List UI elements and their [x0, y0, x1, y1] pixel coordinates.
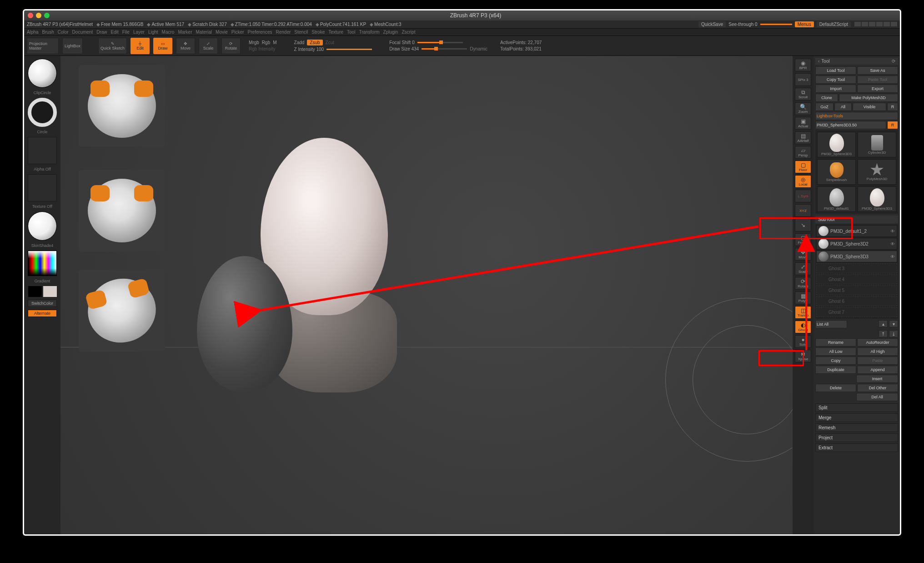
zadd-button[interactable]: Zadd — [294, 40, 305, 45]
zscript-button[interactable]: DefaultZScript — [817, 21, 851, 27]
mrgb-button[interactable]: Mrgb — [249, 40, 259, 45]
floor-button[interactable]: ▢Floor — [795, 161, 811, 173]
menu-render[interactable]: Render — [276, 30, 291, 35]
saveas-button[interactable]: Save As — [857, 66, 898, 75]
lightbox-button[interactable]: LightBox — [62, 38, 83, 54]
layout-icons[interactable] — [854, 22, 897, 27]
material-swatch[interactable] — [28, 211, 57, 241]
minimize-icon[interactable] — [36, 13, 41, 18]
alpha-swatch[interactable] — [28, 137, 57, 164]
viewport[interactable] — [60, 56, 793, 534]
zoom-button[interactable]: 🔍Zoom — [795, 102, 811, 115]
transp-button[interactable]: ◫Transp — [795, 306, 811, 319]
lsym-button[interactable]: L.Sym — [795, 190, 811, 202]
edit-button[interactable]: ┼Edit — [131, 38, 150, 54]
goz-button[interactable]: GoZ — [815, 103, 834, 111]
solo-button[interactable]: ●Solo — [795, 335, 811, 348]
menu-stencil[interactable]: Stencil — [294, 30, 308, 35]
menu-movie[interactable]: Movie — [216, 30, 228, 35]
switchcolor-button[interactable]: SwitchColor — [28, 300, 57, 307]
goz-all-button[interactable]: All — [834, 103, 852, 111]
merge-section[interactable]: Merge — [815, 413, 898, 422]
delother-button[interactable]: Del Other — [857, 384, 898, 392]
goz-visible-button[interactable]: Visible — [853, 103, 886, 111]
zsub-button[interactable]: Zsub — [307, 40, 322, 45]
menu-color[interactable]: Color — [58, 30, 69, 35]
append-button[interactable]: Append — [857, 366, 898, 374]
menu-file[interactable]: File — [122, 30, 130, 35]
draw-button[interactable]: ▭Draw — [153, 38, 172, 54]
quicksketch-button[interactable]: ✎Quick Sketch — [98, 38, 127, 54]
eye-icon[interactable]: 👁 — [890, 229, 895, 234]
zcut-button[interactable]: Zcut — [326, 40, 334, 45]
z-intensity-slider[interactable]: Z Intensity 100 — [294, 47, 324, 52]
menu-light[interactable]: Light — [148, 30, 158, 35]
tool-thumb-sphere2[interactable]: PM3D_Sphere3D3 — [858, 186, 896, 212]
menu-edit[interactable]: Edit — [111, 30, 119, 35]
color-picker[interactable] — [28, 251, 57, 276]
tool-thumb-brush[interactable]: SimpleBrush — [817, 159, 856, 185]
aahalf-button[interactable]: ▤AAHalf — [795, 131, 811, 144]
move-up-icon[interactable]: ▴ — [879, 320, 888, 327]
rgb-intensity-slider[interactable]: Rgb Intensity — [249, 46, 275, 51]
ghost-button[interactable]: ◐Ghost — [795, 321, 811, 333]
polyf-button[interactable]: ▦PolyF — [795, 292, 811, 304]
subtool-item-1[interactable]: PM3D_default1_2👁 — [816, 225, 897, 237]
alternate-button[interactable]: Alternate — [28, 310, 57, 317]
alllow-button[interactable]: All Low — [815, 347, 856, 356]
projection-master-button[interactable]: Projection Master — [27, 38, 59, 54]
autoreorder-button[interactable]: AutoReorder — [857, 338, 898, 347]
allhigh-button[interactable]: All High — [857, 347, 898, 356]
remesh-section[interactable]: Remesh — [815, 423, 898, 432]
spix-button[interactable]: SPix 3 — [795, 73, 811, 86]
menu-layer[interactable]: Layer — [133, 30, 145, 35]
color-cells[interactable] — [28, 286, 57, 297]
export-button[interactable]: Export — [857, 85, 898, 93]
xpose-button[interactable]: ✱Xpose — [795, 350, 811, 362]
paste-subtool-button[interactable]: Paste — [857, 357, 898, 365]
delall-button[interactable]: Del All — [856, 393, 898, 401]
focal-shift-slider[interactable]: Focal Shift 0 — [389, 40, 415, 45]
tool-name-field[interactable]: PM3D_Sphere3D3.50 — [815, 121, 886, 129]
seethrough-label[interactable]: See-through 0 — [728, 22, 757, 27]
xyz-button[interactable]: XYZ — [795, 204, 811, 217]
menu-picker[interactable]: Picker — [231, 30, 244, 35]
duplicate-button[interactable]: Duplicate — [815, 366, 856, 374]
menu-stroke[interactable]: Stroke — [311, 30, 325, 35]
insert-button[interactable]: Insert — [856, 375, 898, 383]
brush-swatch[interactable] — [28, 59, 57, 88]
scale-button[interactable]: ⤢Scale — [199, 38, 218, 54]
move-button[interactable]: ✥Move — [176, 38, 195, 54]
menu-document[interactable]: Document — [72, 30, 93, 35]
split-section[interactable]: Split — [815, 403, 898, 412]
scale-view-button[interactable]: ⤢Scale — [795, 262, 811, 275]
tool-thumb-sphere[interactable]: PM3D_Sphere3D3 — [817, 132, 856, 157]
quicksave-button[interactable]: QuickSave — [698, 21, 726, 27]
actual-button[interactable]: ▣Actual — [795, 117, 811, 130]
menu-draw[interactable]: Draw — [96, 30, 107, 35]
menu-marker[interactable]: Marker — [178, 30, 192, 35]
menu-alpha[interactable]: Alpha — [27, 30, 39, 35]
scroll-button[interactable]: ⧉Scroll — [795, 88, 811, 101]
tool-thumb-default[interactable]: PM3D_default1 — [817, 186, 856, 212]
texture-swatch[interactable] — [28, 174, 57, 201]
paste-tool-button[interactable]: Paste Tool — [857, 75, 898, 84]
draw-size-slider[interactable]: Draw Size 434 — [389, 46, 419, 51]
subtool-header[interactable]: SubTool — [815, 216, 898, 223]
close-icon[interactable] — [28, 13, 33, 18]
rename-button[interactable]: Rename — [815, 338, 856, 347]
cam-arrow-button[interactable]: ↘ — [795, 219, 811, 231]
project-section[interactable]: Project — [815, 433, 898, 442]
move-down-icon[interactable]: ▾ — [889, 320, 898, 327]
seethrough-slider[interactable] — [760, 24, 792, 25]
local-button[interactable]: ◎Local — [795, 175, 811, 188]
menu-brush[interactable]: Brush — [42, 30, 54, 35]
eye-icon[interactable]: 👁 — [890, 254, 895, 259]
menu-texture[interactable]: Texture — [328, 30, 343, 35]
menus-button[interactable]: Menus — [795, 21, 814, 27]
m-button[interactable]: M — [273, 40, 276, 45]
frame-button[interactable]: ▢Frame — [795, 233, 811, 246]
menu-transform[interactable]: Transform — [359, 30, 379, 35]
clone-button[interactable]: Clone — [815, 94, 838, 102]
rotate-button[interactable]: ⟳Rotate — [221, 38, 241, 54]
